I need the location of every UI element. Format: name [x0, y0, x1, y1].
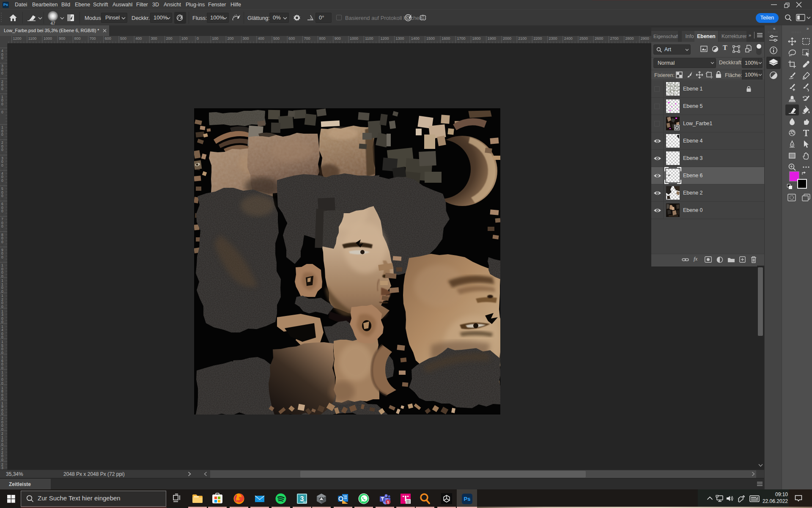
svg-text:500: 500	[273, 36, 280, 41]
svg-text:1400: 1400	[411, 36, 420, 41]
svg-text:1100: 1100	[28, 36, 36, 41]
svg-text:200: 200	[166, 36, 173, 41]
svg-text:400: 400	[258, 36, 264, 41]
svg-text:900: 900	[59, 36, 65, 41]
svg-text:1200: 1200	[380, 36, 389, 41]
svg-text:700: 700	[90, 36, 96, 41]
svg-text:900: 900	[335, 36, 341, 41]
svg-text:2400: 2400	[564, 36, 573, 41]
svg-text:0: 0	[1, 224, 3, 228]
svg-text:2500: 2500	[579, 36, 588, 41]
svg-text:2700: 2700	[610, 36, 618, 41]
svg-text:1700: 1700	[457, 36, 465, 41]
svg-text:100: 100	[212, 36, 218, 41]
svg-text:1000: 1000	[44, 36, 52, 41]
svg-text:0: 0	[1, 209, 3, 213]
svg-text:1100: 1100	[365, 36, 373, 41]
svg-text:0: 0	[1, 240, 3, 244]
svg-text:0: 0	[197, 36, 199, 41]
svg-text:2100: 2100	[518, 36, 527, 41]
svg-text:1900: 1900	[488, 36, 496, 41]
svg-text:800: 800	[74, 36, 80, 41]
svg-text:700: 700	[304, 36, 310, 41]
svg-text:0: 0	[1, 255, 3, 259]
svg-text:100: 100	[181, 36, 188, 41]
svg-text:600: 600	[288, 36, 295, 41]
svg-text:1600: 1600	[442, 36, 450, 41]
svg-text:0: 0	[1, 132, 3, 137]
svg-text:600: 600	[105, 36, 111, 41]
svg-text:300: 300	[243, 36, 249, 41]
svg-text:0: 0	[1, 163, 3, 168]
svg-text:0: 0	[1, 87, 3, 91]
svg-text:MAX: MAX	[303, 501, 307, 503]
svg-text:500: 500	[120, 36, 126, 41]
svg-text:2900: 2900	[641, 36, 649, 41]
svg-text:1: 1	[387, 500, 389, 504]
svg-text:1800: 1800	[472, 36, 481, 41]
svg-text:0: 0	[1, 178, 3, 183]
svg-text:1500: 1500	[426, 36, 435, 41]
svg-text:0: 0	[1, 110, 3, 114]
svg-text:2600: 2600	[595, 36, 603, 41]
svg-text:1300: 1300	[396, 36, 404, 41]
svg-text:2800: 2800	[625, 36, 634, 41]
svg-text:300: 300	[151, 36, 157, 41]
svg-text:1200: 1200	[13, 36, 22, 41]
svg-text:0: 0	[1, 56, 3, 60]
svg-text:800: 800	[319, 36, 326, 41]
svg-text:0: 0	[1, 71, 3, 75]
svg-text:0: 0	[1, 148, 3, 152]
svg-text:2300: 2300	[549, 36, 557, 41]
svg-text:200: 200	[227, 36, 233, 41]
svg-text:2000: 2000	[503, 36, 511, 41]
svg-text:0: 0	[1, 194, 3, 198]
svg-text:1000: 1000	[350, 36, 358, 41]
svg-text:0: 0	[1, 102, 3, 106]
svg-text:400: 400	[135, 36, 142, 41]
svg-text:2200: 2200	[533, 36, 542, 41]
